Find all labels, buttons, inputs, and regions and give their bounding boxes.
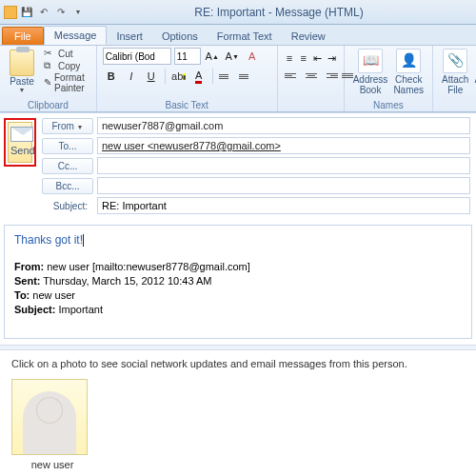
indent-button[interactable]: ⇥ xyxy=(326,50,338,67)
qat-customize-icon[interactable]: ▼ xyxy=(70,5,86,20)
italic-button[interactable]: I xyxy=(123,68,140,85)
undo-icon[interactable]: ↶ xyxy=(36,5,51,20)
paste-button[interactable]: Paste ▼ xyxy=(6,48,38,95)
to-button[interactable]: To... xyxy=(42,138,93,154)
to-field[interactable]: new user <newuser8778@gmail.com> xyxy=(97,137,470,154)
attach-file-button[interactable]: 📎 Attach File xyxy=(439,48,471,96)
copy-icon: ⧉ xyxy=(44,60,55,71)
font-size-select[interactable] xyxy=(174,48,201,65)
from-value: newuser7887@gmail.com xyxy=(102,120,223,131)
paperclip-icon: 📎 xyxy=(443,49,467,73)
underline-button[interactable]: U xyxy=(143,68,160,85)
quoted-sent-label: Sent: xyxy=(14,275,41,287)
basic-text-group-label: Basic Text xyxy=(103,100,271,111)
subject-label: Subject: xyxy=(42,199,93,213)
tab-format-text[interactable]: Format Text xyxy=(208,28,282,45)
cc-field[interactable] xyxy=(97,157,470,174)
window-title: RE: Important - Message (HTML) xyxy=(86,6,472,19)
text-cursor xyxy=(83,234,84,247)
compose-header: Send From ▼ newuser7887@gmail.com To... … xyxy=(0,112,476,221)
quoted-to-label: To: xyxy=(14,289,30,301)
clear-format-button[interactable]: A xyxy=(244,48,261,65)
include-group-label: Include xyxy=(439,100,476,111)
send-label: Send xyxy=(10,145,30,156)
avatar xyxy=(11,379,88,455)
contact-card[interactable]: new user xyxy=(11,379,93,470)
group-names: 📖 Address Book 👤 Check Names Names xyxy=(345,46,433,111)
from-field[interactable]: newuser7887@gmail.com xyxy=(97,117,470,134)
check-names-icon: 👤 xyxy=(396,49,421,73)
quoted-to-value: new user xyxy=(32,289,75,301)
bcc-field[interactable] xyxy=(97,177,470,194)
shrink-font-button[interactable]: A▼ xyxy=(224,48,241,65)
quoted-from-label: From: xyxy=(14,261,44,272)
group-paragraph: ≡ ≡ ⇤ ⇥ xyxy=(278,46,345,111)
tab-options[interactable]: Options xyxy=(152,28,208,45)
group-basic-text: A▲ A▼ A B I U ab▮ A Basic Text xyxy=(97,46,278,111)
file-tab[interactable]: File xyxy=(2,27,44,45)
bullets-button[interactable] xyxy=(218,68,235,85)
ribbon-tabs: File Message Insert Options Format Text … xyxy=(0,25,476,46)
align-center-button[interactable] xyxy=(303,67,320,84)
group-clipboard: Paste ▼ ✂Cut ⧉Copy ✎Format Painter Clipb… xyxy=(0,46,97,111)
align-left-button[interactable] xyxy=(284,67,301,84)
title-bar: 💾 ↶ ↷ ▼ RE: Important - Message (HTML) xyxy=(0,0,476,25)
group-include: 📎 Attach File 📋 Attach Item ✒ Signatu In… xyxy=(433,46,476,111)
cut-label: Cut xyxy=(58,49,73,59)
typed-text: Thanks got it! xyxy=(14,233,83,247)
check-names-button[interactable]: 👤 Check Names xyxy=(390,48,426,96)
grow-font-button[interactable]: A▲ xyxy=(204,48,221,65)
quoted-from-value: new user [mailto:newuser8778@gmail.com] xyxy=(47,261,250,272)
font-color-button[interactable]: A xyxy=(190,68,208,85)
chevron-down-icon: ▼ xyxy=(19,87,26,93)
person-silhouette-icon xyxy=(23,391,76,454)
attach-file-label: Attach File xyxy=(442,74,468,95)
cc-button[interactable]: Cc... xyxy=(42,158,93,174)
quick-access-toolbar: 💾 ↶ ↷ ▼ xyxy=(4,5,86,20)
paste-label: Paste xyxy=(10,76,34,87)
tab-message[interactable]: Message xyxy=(44,26,108,45)
subject-field[interactable] xyxy=(97,197,470,214)
from-button[interactable]: From ▼ xyxy=(42,118,93,134)
address-book-button[interactable]: 📖 Address Book xyxy=(350,48,391,96)
check-names-label: Check Names xyxy=(393,74,424,95)
bullets-2-button[interactable]: ≡ xyxy=(284,50,296,67)
format-painter-button[interactable]: ✎Format Painter xyxy=(42,72,90,93)
format-painter-label: Format Painter xyxy=(54,72,89,93)
quoted-sent-value: Thursday, March 15, 2012 10:43 AM xyxy=(43,275,211,287)
brush-icon: ✎ xyxy=(44,77,51,89)
cut-button[interactable]: ✂Cut xyxy=(42,48,90,59)
envelope-icon xyxy=(10,127,33,142)
bcc-button[interactable]: Bcc... xyxy=(42,178,93,194)
bold-button[interactable]: B xyxy=(103,68,120,85)
address-book-icon: 📖 xyxy=(358,49,383,73)
copy-label: Copy xyxy=(58,61,80,71)
font-name-select[interactable] xyxy=(103,48,171,65)
send-button[interactable]: Send xyxy=(8,122,32,163)
people-pane: Click on a photo to see social network u… xyxy=(0,350,476,476)
paste-icon xyxy=(10,50,34,76)
attach-item-button[interactable]: 📋 Attach Item xyxy=(471,48,476,96)
numbering-button[interactable] xyxy=(238,68,255,85)
highlight-button[interactable]: ab▮ xyxy=(170,68,188,85)
save-icon[interactable]: 💾 xyxy=(19,5,34,20)
names-group-label: Names xyxy=(350,100,426,111)
quoted-subject-value: Important xyxy=(58,304,102,315)
align-right-button[interactable] xyxy=(322,67,339,84)
tab-review[interactable]: Review xyxy=(282,28,335,45)
tab-insert[interactable]: Insert xyxy=(107,28,152,45)
ribbon: Paste ▼ ✂Cut ⧉Copy ✎Format Painter Clipb… xyxy=(0,46,476,112)
message-body[interactable]: Thanks got it! From: new user [mailto:ne… xyxy=(4,225,472,339)
quoted-subject-label: Subject: xyxy=(14,304,55,315)
numbering-2-button[interactable]: ≡ xyxy=(297,50,309,67)
outdent-button[interactable]: ⇤ xyxy=(311,50,324,67)
outlook-icon[interactable] xyxy=(4,6,17,19)
address-book-label: Address Book xyxy=(353,74,388,95)
numbering-icon xyxy=(239,69,254,83)
clipboard-group-label: Clipboard xyxy=(6,100,90,111)
contact-name: new user xyxy=(11,459,93,470)
quoted-header: From: new user [mailto:newuser8778@gmail… xyxy=(14,260,462,316)
redo-icon[interactable]: ↷ xyxy=(53,5,69,20)
copy-button[interactable]: ⧉Copy xyxy=(42,60,90,71)
people-pane-hint: Click on a photo to see social network u… xyxy=(11,358,465,369)
